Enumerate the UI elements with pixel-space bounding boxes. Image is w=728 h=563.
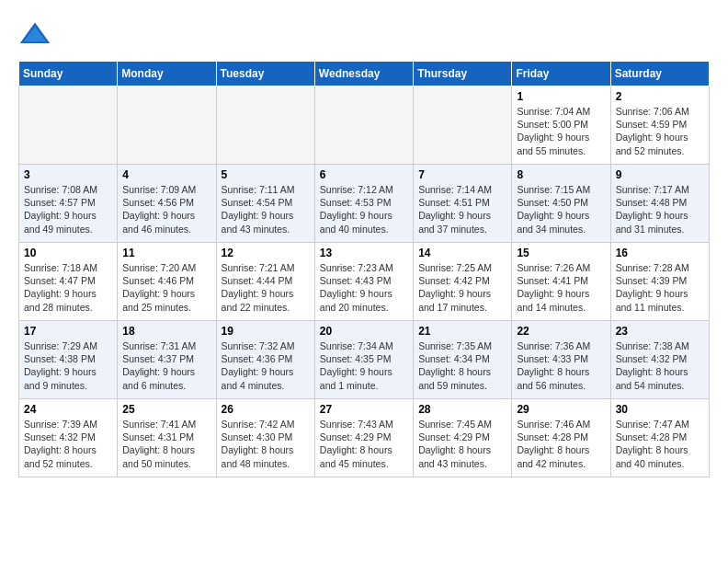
calendar-cell: 23Sunrise: 7:38 AMSunset: 4:32 PMDayligh…: [610, 321, 709, 399]
day-number: 19: [222, 325, 310, 338]
logo-icon: [18, 18, 51, 52]
calendar-week-row: 17Sunrise: 7:29 AMSunset: 4:38 PMDayligh…: [19, 321, 710, 399]
day-number: 25: [122, 403, 210, 416]
day-number: 20: [320, 325, 408, 338]
day-info: Sunrise: 7:39 AMSunset: 4:32 PMDaylight:…: [24, 418, 112, 470]
calendar-cell: 6Sunrise: 7:12 AMSunset: 4:53 PMDaylight…: [314, 165, 413, 243]
calendar-cell: 18Sunrise: 7:31 AMSunset: 4:37 PMDayligh…: [118, 321, 216, 399]
day-info: Sunrise: 7:17 AMSunset: 4:48 PMDaylight:…: [616, 183, 704, 236]
day-number: 12: [222, 247, 310, 259]
calendar-week-row: 10Sunrise: 7:18 AMSunset: 4:47 PMDayligh…: [19, 243, 710, 321]
calendar-cell: 28Sunrise: 7:45 AMSunset: 4:29 PMDayligh…: [414, 399, 512, 477]
calendar-header-friday: Friday: [512, 62, 610, 86]
page-header: [18, 18, 710, 52]
calendar-cell: 12Sunrise: 7:21 AMSunset: 4:44 PMDayligh…: [216, 243, 314, 321]
calendar-table: SundayMondayTuesdayWednesdayThursdayFrid…: [18, 61, 710, 477]
calendar-cell: 17Sunrise: 7:29 AMSunset: 4:38 PMDayligh…: [19, 321, 118, 399]
day-number: 18: [122, 325, 210, 338]
calendar-cell: 25Sunrise: 7:41 AMSunset: 4:31 PMDayligh…: [118, 399, 216, 477]
calendar-header-saturday: Saturday: [610, 62, 709, 86]
calendar-cell: 10Sunrise: 7:18 AMSunset: 4:47 PMDayligh…: [19, 243, 118, 321]
day-info: Sunrise: 7:20 AMSunset: 4:46 PMDaylight:…: [122, 261, 210, 314]
day-number: 6: [320, 168, 408, 181]
day-number: 23: [616, 325, 704, 338]
calendar-cell: 2Sunrise: 7:06 AMSunset: 4:59 PMDaylight…: [610, 86, 709, 165]
calendar-header-sunday: Sunday: [19, 62, 118, 86]
calendar-cell: 4Sunrise: 7:09 AMSunset: 4:56 PMDaylight…: [118, 165, 216, 243]
day-number: 30: [616, 403, 704, 416]
calendar-cell: [314, 86, 413, 165]
day-number: 21: [418, 325, 506, 338]
calendar-cell: [118, 86, 216, 165]
day-info: Sunrise: 7:35 AMSunset: 4:34 PMDaylight:…: [418, 339, 506, 392]
day-number: 1: [517, 90, 605, 103]
logo: [18, 18, 55, 52]
calendar-header-row: SundayMondayTuesdayWednesdayThursdayFrid…: [19, 62, 710, 86]
calendar-cell: 19Sunrise: 7:32 AMSunset: 4:36 PMDayligh…: [216, 321, 314, 399]
day-info: Sunrise: 7:38 AMSunset: 4:32 PMDaylight:…: [616, 339, 704, 392]
day-info: Sunrise: 7:14 AMSunset: 4:51 PMDaylight:…: [418, 183, 506, 236]
day-number: 16: [616, 247, 704, 259]
day-number: 15: [517, 247, 605, 259]
calendar-cell: [19, 86, 118, 165]
calendar-cell: 5Sunrise: 7:11 AMSunset: 4:54 PMDaylight…: [216, 165, 314, 243]
day-info: Sunrise: 7:18 AMSunset: 4:47 PMDaylight:…: [24, 261, 112, 314]
day-number: 7: [418, 168, 506, 181]
day-info: Sunrise: 7:43 AMSunset: 4:29 PMDaylight:…: [320, 418, 408, 470]
day-info: Sunrise: 7:42 AMSunset: 4:30 PMDaylight:…: [222, 418, 310, 470]
day-number: 9: [616, 168, 704, 181]
day-info: Sunrise: 7:11 AMSunset: 4:54 PMDaylight:…: [222, 183, 310, 236]
day-number: 24: [24, 403, 112, 416]
day-info: Sunrise: 7:25 AMSunset: 4:42 PMDaylight:…: [418, 261, 506, 314]
calendar-cell: 3Sunrise: 7:08 AMSunset: 4:57 PMDaylight…: [19, 165, 118, 243]
calendar-week-row: 24Sunrise: 7:39 AMSunset: 4:32 PMDayligh…: [19, 399, 710, 477]
day-number: 8: [517, 168, 605, 181]
day-info: Sunrise: 7:34 AMSunset: 4:35 PMDaylight:…: [320, 339, 408, 392]
day-info: Sunrise: 7:12 AMSunset: 4:53 PMDaylight:…: [320, 183, 408, 236]
calendar-cell: 8Sunrise: 7:15 AMSunset: 4:50 PMDaylight…: [512, 165, 610, 243]
calendar-cell: 24Sunrise: 7:39 AMSunset: 4:32 PMDayligh…: [19, 399, 118, 477]
calendar-cell: 22Sunrise: 7:36 AMSunset: 4:33 PMDayligh…: [512, 321, 610, 399]
day-number: 29: [517, 403, 605, 416]
calendar-cell: 30Sunrise: 7:47 AMSunset: 4:28 PMDayligh…: [610, 399, 709, 477]
calendar-cell: [414, 86, 512, 165]
calendar-cell: 1Sunrise: 7:04 AMSunset: 5:00 PMDaylight…: [512, 86, 610, 165]
day-number: 3: [24, 168, 112, 181]
day-info: Sunrise: 7:47 AMSunset: 4:28 PMDaylight:…: [616, 418, 704, 470]
calendar-cell: 11Sunrise: 7:20 AMSunset: 4:46 PMDayligh…: [118, 243, 216, 321]
day-number: 5: [222, 168, 310, 181]
calendar-header-wednesday: Wednesday: [314, 62, 413, 86]
day-info: Sunrise: 7:29 AMSunset: 4:38 PMDaylight:…: [24, 339, 112, 392]
calendar-cell: 14Sunrise: 7:25 AMSunset: 4:42 PMDayligh…: [414, 243, 512, 321]
day-info: Sunrise: 7:08 AMSunset: 4:57 PMDaylight:…: [24, 183, 112, 236]
day-number: 10: [24, 247, 112, 259]
calendar-cell: 20Sunrise: 7:34 AMSunset: 4:35 PMDayligh…: [314, 321, 413, 399]
day-number: 26: [222, 403, 310, 416]
calendar-week-row: 3Sunrise: 7:08 AMSunset: 4:57 PMDaylight…: [19, 165, 710, 243]
day-number: 27: [320, 403, 408, 416]
day-number: 11: [122, 247, 210, 259]
day-number: 22: [517, 325, 605, 338]
day-info: Sunrise: 7:06 AMSunset: 4:59 PMDaylight:…: [616, 105, 704, 157]
calendar-cell: 29Sunrise: 7:46 AMSunset: 4:28 PMDayligh…: [512, 399, 610, 477]
day-number: 17: [24, 325, 112, 338]
day-info: Sunrise: 7:32 AMSunset: 4:36 PMDaylight:…: [222, 339, 310, 392]
day-info: Sunrise: 7:21 AMSunset: 4:44 PMDaylight:…: [222, 261, 310, 314]
calendar-cell: [216, 86, 314, 165]
calendar-week-row: 1Sunrise: 7:04 AMSunset: 5:00 PMDaylight…: [19, 86, 710, 165]
calendar-cell: 9Sunrise: 7:17 AMSunset: 4:48 PMDaylight…: [610, 165, 709, 243]
day-number: 14: [418, 247, 506, 259]
calendar-cell: 21Sunrise: 7:35 AMSunset: 4:34 PMDayligh…: [414, 321, 512, 399]
calendar-header-tuesday: Tuesday: [216, 62, 314, 86]
day-info: Sunrise: 7:15 AMSunset: 4:50 PMDaylight:…: [517, 183, 605, 236]
day-number: 28: [418, 403, 506, 416]
day-info: Sunrise: 7:31 AMSunset: 4:37 PMDaylight:…: [122, 339, 210, 392]
calendar-cell: 27Sunrise: 7:43 AMSunset: 4:29 PMDayligh…: [314, 399, 413, 477]
calendar-cell: 15Sunrise: 7:26 AMSunset: 4:41 PMDayligh…: [512, 243, 610, 321]
calendar-header-thursday: Thursday: [414, 62, 512, 86]
day-info: Sunrise: 7:28 AMSunset: 4:39 PMDaylight:…: [616, 261, 704, 314]
calendar-header-monday: Monday: [118, 62, 216, 86]
day-info: Sunrise: 7:09 AMSunset: 4:56 PMDaylight:…: [122, 183, 210, 236]
day-info: Sunrise: 7:36 AMSunset: 4:33 PMDaylight:…: [517, 339, 605, 392]
day-info: Sunrise: 7:41 AMSunset: 4:31 PMDaylight:…: [122, 418, 210, 470]
